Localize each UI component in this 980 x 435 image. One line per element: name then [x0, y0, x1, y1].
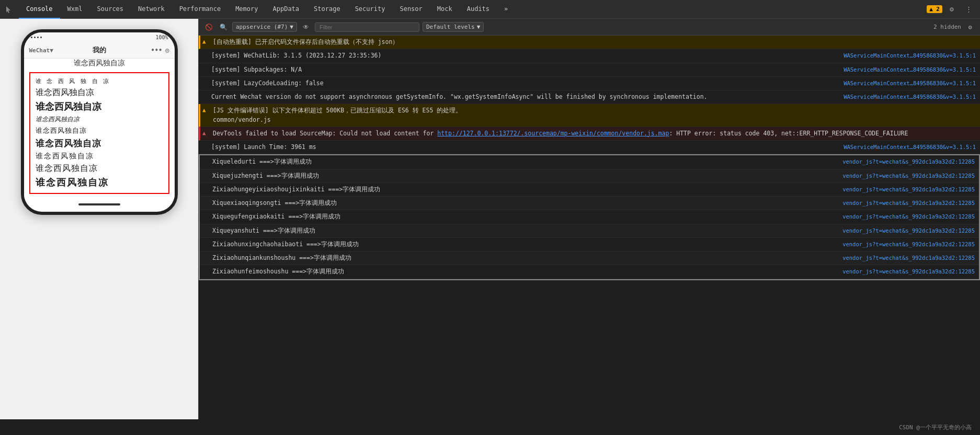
font-log-content: Xiquejuzhengti ===>字体调用成功 [210, 170, 840, 181]
phone-top-title: 我的 [93, 45, 106, 55]
settings-gear-icon[interactable]: ⚙ [964, 21, 976, 33]
log-content-getsysteminfo: Current Wechat version do not support as… [209, 91, 841, 102]
font-log-source[interactable]: vendor_js?t=wechat&s_992dc1a9a32d2:12285 [840, 198, 977, 207]
info-icon-font [202, 225, 210, 227]
devtools-cursor-icon[interactable] [0, 0, 19, 19]
levels-label: Default levels [426, 24, 475, 30]
log-source-getsysteminfo[interactable]: WAServiceMainContext…849586830&v=3.1.5:1 [841, 91, 978, 101]
font-demo-box: 谁 念 西 风 独 自 凉 谁念西风独自凉 谁念西风独自凉 谁念西风独自凉 谁念… [29, 72, 169, 194]
log-content-launchtime: [system] Launch Time: 3961 ms [209, 142, 841, 153]
home-indicator [78, 203, 120, 205]
eye-icon[interactable]: 👁 [300, 21, 312, 33]
log-row-launchtime: [system] Launch Time: 3961 ms WAServiceM… [199, 141, 980, 154]
info-icon-font [202, 156, 210, 158]
console-toolbar: 🚫 🔍 appservice (#7) ▼ 👁 Default levels ▼… [199, 19, 980, 36]
clear-console-button[interactable]: 🚫 [203, 21, 214, 33]
log-content-autoreload: [自动热重载] 已开启代码文件保存后自动热重载（不支持 json） [211, 37, 978, 48]
info-icon-font [202, 184, 210, 186]
log-row-sourcemap: ▲ DevTools failed to load SourceMap: Cou… [199, 127, 980, 141]
tab-storage[interactable]: Storage [306, 0, 348, 19]
font-log-source[interactable]: vendor_js?t=wechat&s_992dc1a9a32d2:12285 [840, 170, 977, 180]
phone-time: •••• [30, 35, 43, 40]
settings-icon[interactable]: ⚙ [944, 2, 959, 17]
font-log-content: Xiquexiaoqingsongti ===>字体调用成功 [210, 198, 840, 209]
phone-home-bar [24, 199, 175, 212]
console-filter-icon[interactable]: 🔍 [218, 21, 229, 33]
font-log-source[interactable]: vendor_js?t=wechat&s_992dc1a9a32d2:12285 [840, 225, 977, 235]
font-log-content: Zixiaohungeyixiaoshoujixinkaiti ===>字体调用… [210, 184, 840, 195]
bottom-bar: CSDN @一个平平无奇的小高 [0, 419, 980, 435]
log-row-lazycodeloading: [system] LazyCodeLoading: false WAServic… [199, 77, 980, 90]
font-log-content: Zixiaohunqiankunshoushu ===>字体调用成功 [210, 253, 840, 264]
info-icon-font [202, 253, 210, 254]
watermark-text: CSDN @一个平平无奇的小高 [899, 423, 972, 431]
tab-wxml[interactable]: Wxml [60, 0, 90, 19]
phone-content: 谁念西风独自凉 谁 念 西 风 独 自 凉 谁念西风独自凉 谁念西风独自凉 谁念… [24, 59, 175, 199]
log-source-wechatlib[interactable]: WAServiceMainContext…849586830&v=3.1.5:1 [841, 50, 978, 60]
console-output[interactable]: ▲ [自动热重载] 已开启代码文件保存后自动热重载（不支持 json） [sys… [199, 36, 980, 419]
main-area: •••• 100% WeChat▼ 我的 ••• ◎ 谁念西风独自凉 谁 念 西… [0, 19, 980, 419]
service-selector[interactable]: appservice (#7) ▼ [232, 22, 297, 32]
font-log-source[interactable]: vendor_js?t=wechat&s_992dc1a9a32d2:12285 [840, 253, 977, 262]
font-log-content: Zixiaohunfeimoshoushu ===>字体调用成功 [210, 266, 840, 277]
info-icon-4 [201, 91, 209, 93]
phone-carrier-label: WeChat▼ [29, 47, 53, 54]
highlighted-log-row: Zixiaohunxingchaohaibaoti ===>字体调用成功vend… [200, 238, 979, 251]
font-row-6: 谁念西风独自凉 [33, 136, 165, 151]
log-source-launchtime[interactable]: WAServiceMainContext…849586830&v=3.1.5:1 [841, 142, 978, 151]
warning-icon: ▲ [202, 37, 211, 45]
tab-memory[interactable]: Memory [228, 0, 265, 19]
warning-badge: ▲ 2 [927, 5, 942, 13]
tab-console[interactable]: Console [19, 0, 60, 19]
tab-performance[interactable]: Performance [172, 0, 228, 19]
log-content-lazycodeloading: [system] LazyCodeLoading: false [209, 78, 841, 89]
info-icon-3 [201, 78, 209, 79]
tab-appdata[interactable]: AppData [265, 0, 306, 19]
levels-selector[interactable]: Default levels ▼ [423, 22, 484, 32]
font-log-source[interactable]: vendor_js?t=wechat&s_992dc1a9a32d2:12285 [840, 239, 977, 248]
log-source-subpackages[interactable]: WAServiceMainContext…849586830&v=3.1.5:1 [841, 64, 978, 74]
highlighted-log-row: Zixiaohungeyixiaoshoujixinkaiti ===>字体调用… [200, 183, 979, 197]
tab-mock[interactable]: Mock [430, 0, 460, 19]
tab-security[interactable]: Security [348, 0, 393, 19]
log-row-autoreload: ▲ [自动热重载] 已开启代码文件保存后自动热重载（不支持 json） [199, 36, 980, 49]
hidden-count-label: 2 hidden [933, 24, 961, 30]
font-log-content: Xiquegufengxiaokaiti ===>字体调用成功 [210, 211, 840, 222]
font-row-2: 谁念西风独自凉 [33, 86, 165, 99]
filter-input[interactable] [315, 22, 419, 32]
font-row-3: 谁念西风独自凉 [33, 99, 165, 114]
info-icon-font [202, 170, 210, 172]
highlighted-log-row: Zixiaohunqiankunshoushu ===>字体调用成功vendor… [200, 251, 979, 265]
highlighted-log-row: Xiqueyanshuti ===>字体调用成功vendor_js?t=wech… [200, 224, 979, 238]
log-content-wechatlib: [system] WeChatLib: 3.1.5 (2023.12.27 23… [209, 50, 841, 61]
info-icon-font [202, 239, 210, 241]
font-log-source[interactable]: vendor_js?t=wechat&s_992dc1a9a32d2:12285 [840, 211, 977, 221]
font-row-5: 谁念西风独自凉 [33, 125, 165, 136]
log-source-lazycodeloading[interactable]: WAServiceMainContext…849586830&v=3.1.5:1 [841, 78, 978, 87]
phone-more-icon: ••• [151, 47, 163, 54]
top-tab-bar: Console Wxml Sources Network Performance… [0, 0, 980, 19]
tab-sources[interactable]: Sources [89, 0, 131, 19]
info-icon-font [202, 198, 210, 199]
font-row-4: 谁念西风独自凉 [33, 114, 165, 125]
log-row-subpackages: [system] Subpackages: N/A WAServiceMainC… [199, 63, 980, 77]
font-row-1: 谁 念 西 风 独 自 凉 [33, 76, 165, 86]
tab-network[interactable]: Network [131, 0, 172, 19]
tab-audits[interactable]: Audits [460, 0, 497, 19]
font-log-content: Xiqueledurti ===>字体调用成功 [210, 156, 840, 167]
font-log-content: Zixiaohunxingchaohaibaoti ===>字体调用成功 [210, 239, 840, 250]
font-log-source[interactable]: vendor_js?t=wechat&s_992dc1a9a32d2:12285 [840, 156, 977, 166]
sourcemap-link[interactable]: http://127.0.0.1:13772/.sourcemap/mp-wei… [437, 130, 669, 137]
info-icon-5 [201, 142, 209, 143]
highlighted-log-row: Xiquegufengxiaokaiti ===>字体调用成功vendor_js… [200, 210, 979, 224]
tab-more[interactable]: » [497, 0, 515, 19]
log-content-jserror: [JS 文件编译错误] 以下文件体积超过 500KB，已跳过压缩以及 ES6 转… [211, 105, 978, 125]
more-options-icon[interactable]: ⋮ [961, 2, 976, 17]
tab-sensor[interactable]: Sensor [392, 0, 429, 19]
font-log-source[interactable]: vendor_js?t=wechat&s_992dc1a9a32d2:12285 [840, 266, 977, 276]
phone-target-icon: ◎ [165, 47, 169, 54]
highlighted-log-row: Xiquejuzhengti ===>字体调用成功vendor_js?t=wec… [200, 169, 979, 183]
font-log-source[interactable]: vendor_js?t=wechat&s_992dc1a9a32d2:12285 [840, 184, 977, 193]
phone-battery: 100% [155, 35, 168, 40]
font-row-9: 谁念西风独自凉 [33, 175, 165, 190]
